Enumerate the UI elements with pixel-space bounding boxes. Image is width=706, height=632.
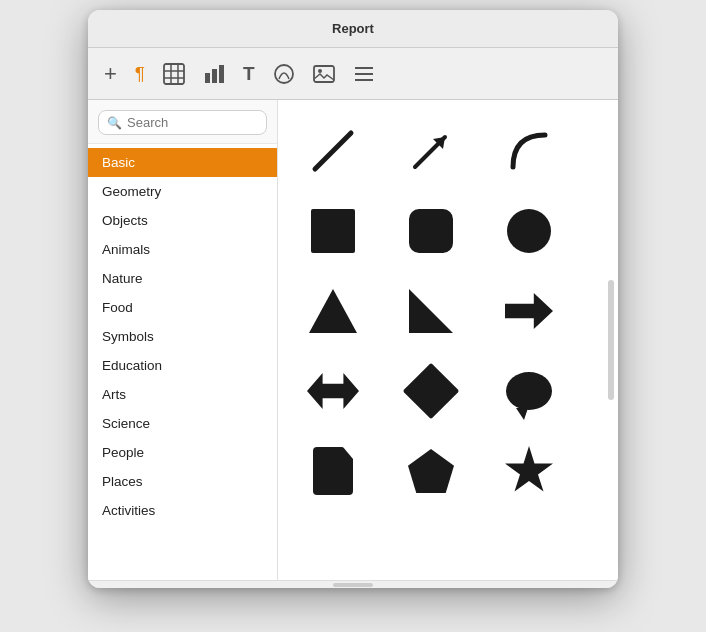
shape-arrow-right[interactable] — [494, 276, 564, 346]
window-title: Report — [332, 21, 374, 36]
shape-rounded-rect[interactable] — [396, 196, 466, 266]
svg-point-10 — [318, 69, 322, 73]
svg-rect-9 — [314, 66, 334, 82]
category-list: Basic Geometry Objects Animals Nature Fo… — [88, 144, 277, 580]
main-content: 🔍 Basic Geometry Objects Animals Nature … — [88, 100, 618, 580]
category-item-objects[interactable]: Objects — [88, 206, 277, 235]
lines-icon[interactable] — [353, 63, 375, 85]
toolbar: + ¶ T — [88, 48, 618, 100]
media-svg — [313, 63, 335, 85]
shapes-row-4 — [298, 356, 598, 426]
svg-rect-5 — [205, 73, 210, 83]
category-item-basic[interactable]: Basic — [88, 148, 277, 177]
svg-line-14 — [315, 133, 351, 169]
chart-svg — [203, 63, 225, 85]
add-icon[interactable]: + — [104, 61, 117, 87]
category-item-food[interactable]: Food — [88, 293, 277, 322]
text-format-icon[interactable]: T — [243, 63, 255, 85]
category-item-geometry[interactable]: Geometry — [88, 177, 277, 206]
shape-note[interactable] — [298, 436, 368, 506]
media-icon[interactable] — [313, 63, 335, 85]
titlebar: Report — [88, 10, 618, 48]
shape-diamond[interactable] — [396, 356, 466, 426]
shape-speech-bubble[interactable] — [494, 356, 564, 426]
shape-circle[interactable] — [494, 196, 564, 266]
shape-right-triangle[interactable] — [396, 276, 466, 346]
main-window: Report + ¶ T — [88, 10, 618, 588]
chart-icon[interactable] — [203, 63, 225, 85]
category-item-people[interactable]: People — [88, 438, 277, 467]
shapes-row-2 — [298, 196, 598, 266]
category-item-science[interactable]: Science — [88, 409, 277, 438]
svg-rect-7 — [219, 65, 224, 83]
shape-triangle[interactable] — [298, 276, 368, 346]
category-item-nature[interactable]: Nature — [88, 264, 277, 293]
shape-line[interactable] — [298, 116, 368, 186]
svg-point-8 — [275, 65, 293, 83]
search-input[interactable] — [127, 115, 258, 130]
search-icon: 🔍 — [107, 116, 122, 130]
category-item-activities[interactable]: Activities — [88, 496, 277, 525]
shape-diagonal-arrow[interactable] — [396, 116, 466, 186]
shapes-row-1 — [298, 116, 598, 186]
shape-star[interactable] — [494, 436, 564, 506]
category-item-animals[interactable]: Animals — [88, 235, 277, 264]
shapes-grid — [278, 100, 618, 580]
svg-rect-6 — [212, 69, 217, 83]
shape-curve[interactable] — [494, 116, 564, 186]
lines-svg — [353, 63, 375, 85]
resize-handle-indicator — [333, 583, 373, 587]
category-item-places[interactable]: Places — [88, 467, 277, 496]
category-item-symbols[interactable]: Symbols — [88, 322, 277, 351]
shapes-row-5 — [298, 436, 598, 506]
category-item-education[interactable]: Education — [88, 351, 277, 380]
svg-rect-0 — [164, 64, 184, 84]
shape-pentagon[interactable] — [396, 436, 466, 506]
scrollbar[interactable] — [608, 280, 614, 400]
search-box[interactable]: 🔍 — [98, 110, 267, 135]
paragraph-icon[interactable]: ¶ — [135, 63, 145, 85]
shape-svg — [273, 63, 295, 85]
sidebar: 🔍 Basic Geometry Objects Animals Nature … — [88, 100, 278, 580]
search-container: 🔍 — [88, 100, 277, 144]
resize-handle[interactable] — [88, 580, 618, 588]
table-svg — [163, 63, 185, 85]
shape-arrow-both[interactable] — [298, 356, 368, 426]
shapes-row-3 — [298, 276, 598, 346]
table-icon[interactable] — [163, 63, 185, 85]
shape-icon[interactable] — [273, 63, 295, 85]
category-item-arts[interactable]: Arts — [88, 380, 277, 409]
shape-square[interactable] — [298, 196, 368, 266]
